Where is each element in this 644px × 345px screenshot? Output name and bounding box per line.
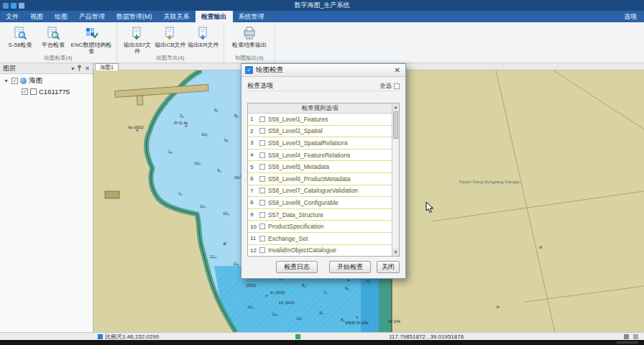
chevron-down-icon[interactable]: ▾ (71, 65, 74, 72)
rule-label: S58_Level7_CatalogueValidation (268, 187, 358, 194)
list-header: 检查规则选项 (248, 104, 392, 114)
close-button[interactable]: 关闭 (377, 261, 400, 273)
pin-icon[interactable] (77, 65, 82, 73)
taskbar-strip (0, 340, 644, 345)
export-doc-icon (196, 26, 211, 40)
check-rule-row[interactable]: 10ProductSpecification (248, 221, 392, 233)
ribbon-group-export: 输出S57文件 输出CB文件 输出ER文件 绘图导出(4) (117, 22, 224, 63)
menu-tab-2[interactable]: 视图 (24, 11, 49, 22)
dialog-section-row: 检查选项 全选 (247, 81, 400, 91)
check-rule-row[interactable]: 12InvalidInObjectCatalogue (248, 245, 392, 257)
rule-label: S58_Level6_ProductMetadata (268, 175, 350, 183)
rule-checkbox[interactable] (259, 164, 265, 170)
rule-label: InvalidInObjectCatalogue (268, 247, 336, 254)
scrollbar[interactable]: ▲ ▼ (392, 104, 399, 256)
dialog-app-icon: ✓ (245, 66, 253, 74)
section-label: 检查选项 (247, 81, 380, 91)
platform-check-button[interactable]: 平台检查 (37, 24, 70, 48)
grid-check-icon (84, 26, 98, 40)
ribbon-group-caption: 绘图导出(4) (117, 55, 224, 62)
check-rule-row[interactable]: 1S58_Level1_Features (248, 114, 392, 126)
menu-tab-5[interactable]: 数据管理(M) (111, 11, 158, 22)
export-s57-button[interactable]: 输出S57文件 (121, 24, 154, 55)
scroll-thumb[interactable] (393, 111, 398, 139)
units-icon[interactable] (633, 334, 638, 339)
shore-structure (105, 191, 119, 198)
enc-structure-check-button[interactable]: ENC数据结构检查 (70, 24, 113, 55)
menu-tab-6[interactable]: 关联关系 (158, 11, 196, 22)
rule-checkbox[interactable] (259, 200, 265, 206)
rule-checkbox[interactable] (259, 176, 265, 182)
scroll-up-icon[interactable]: ▲ (392, 104, 399, 111)
rule-checkbox[interactable] (259, 152, 265, 158)
scroll-down-icon[interactable]: ▼ (392, 249, 399, 256)
rule-checkbox[interactable] (259, 224, 265, 229)
dialog-close-icon[interactable]: ✕ (393, 66, 402, 74)
check-log-button[interactable]: 检查日志 (276, 261, 318, 273)
menu-tab-4[interactable]: 产品管理 (73, 11, 111, 22)
rule-checkbox[interactable] (259, 212, 265, 218)
map-document-tab[interactable]: 海图1 (95, 63, 119, 70)
globe-icon[interactable] (624, 334, 629, 339)
rule-label: S58_Level1_Features (268, 116, 328, 123)
search-doc-icon (46, 26, 60, 40)
check-rule-row[interactable]: 3S58_Level3_SpatialRelations (248, 137, 392, 150)
tree-item[interactable]: ▾✓海图 (0, 75, 93, 86)
scale-value: 1:46,152.0290 (122, 334, 159, 340)
close-icon[interactable]: ✕ (85, 65, 90, 72)
menu-tab-1[interactable]: 文件 (0, 11, 24, 22)
export-er-button[interactable]: 输出ER文件 (187, 24, 220, 48)
layer-checkbox[interactable]: ✓ (12, 78, 18, 84)
rule-checkbox[interactable] (259, 116, 265, 122)
rule-label: S57_Data_Structure (268, 211, 323, 218)
titlebar: 数字海图_生产系统 (0, 0, 644, 11)
button-label: 输出ER文件 (188, 42, 218, 48)
select-all-label: 全选 (380, 82, 392, 91)
check-rule-row[interactable]: 6S58_Level6_ProductMetadata (248, 173, 392, 185)
check-rule-row[interactable]: 4S58_Level4_FeatureRelations (248, 150, 392, 162)
rule-checkbox[interactable] (259, 188, 265, 193)
button-label: 检查结果输出 (232, 42, 267, 48)
select-all-checkbox[interactable] (394, 83, 400, 89)
ribbon: S-58检查 平台检查 ENC数据结构检查 绘图检查(4) 输出S57文件 输出… (0, 22, 644, 63)
panel-title: 图层 (3, 64, 68, 73)
row-number: 4 (250, 152, 259, 158)
row-number: 9 (250, 211, 259, 218)
rule-checkbox[interactable] (259, 128, 265, 134)
row-number: 6 (250, 175, 259, 182)
check-rule-row[interactable]: 9S57_Data_Structure (248, 209, 392, 221)
row-number: 3 (250, 139, 259, 146)
check-rule-row[interactable]: 5S58_Level5_Metadata (248, 161, 392, 173)
tree-item[interactable]: ✓C1611775 (0, 86, 93, 97)
expand-arrow-icon[interactable]: ▾ (3, 78, 9, 84)
menu-tab-3[interactable]: 绘图 (49, 11, 73, 22)
menu-tab-8[interactable]: 系统管理 (233, 11, 270, 22)
export-cb-button[interactable]: 输出CB文件 (154, 24, 187, 48)
rule-checkbox[interactable] (259, 140, 265, 146)
options-link[interactable]: 选项 (617, 11, 644, 22)
start-check-button[interactable]: 开始检查 (329, 261, 371, 273)
s58-check-button[interactable]: S-58检查 (4, 24, 37, 48)
chart-doc-icon (30, 88, 37, 95)
layer-label: C1611775 (39, 88, 70, 96)
application-window: 数字海图_生产系统 文件视图绘图产品管理数据管理(M)关联关系检查输出系统管理 … (0, 0, 644, 345)
layers-tree: ▾✓海图✓C1611775 (0, 74, 93, 97)
check-rule-row[interactable]: 11Exchange_Set (248, 233, 392, 245)
dialog-titlebar[interactable]: ✓ 绘图检查 ✕ (242, 64, 405, 77)
rule-checkbox[interactable] (259, 236, 265, 242)
report-icon (242, 26, 257, 40)
rule-label: S58_Level4_FeatureRelations (268, 152, 350, 159)
check-result-output-button[interactable]: 检查结果输出 (228, 24, 271, 48)
layers-panel: 图层 ▾ ✕ ▾✓海图✓C1611775 (0, 63, 93, 332)
rule-checkbox[interactable] (259, 247, 265, 253)
row-number: 5 (250, 164, 259, 170)
row-number: 12 (250, 247, 259, 254)
check-rule-row[interactable]: 8S58_Level8_Configurable (248, 197, 392, 209)
rule-label: S58_Level3_SpatialRelations (268, 139, 348, 147)
menu-tab-7[interactable]: 检查输出 (196, 11, 233, 22)
check-rule-row[interactable]: 7S58_Level7_CatalogueValidation (248, 185, 392, 198)
check-rule-row[interactable]: 2S58_Level2_Spatial (248, 126, 392, 138)
menu-tabbar: 文件视图绘图产品管理数据管理(M)关联关系检查输出系统管理 选项 (0, 11, 644, 22)
cursor-coordinates: 117.79851872 , 39.01951876 (389, 334, 464, 340)
layer-checkbox[interactable]: ✓ (22, 88, 28, 95)
